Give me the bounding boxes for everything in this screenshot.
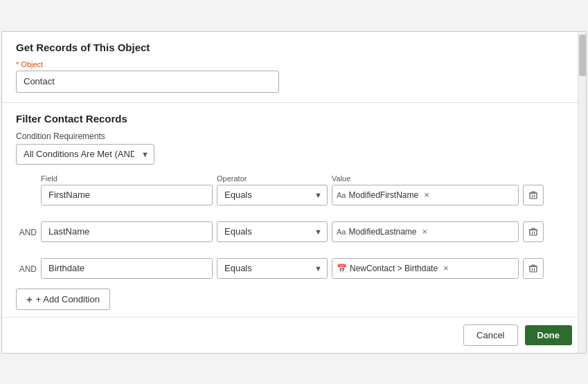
value-col-3: Value 📅 NewContact > Birthdate × — [332, 248, 519, 279]
footer: Cancel Done — [2, 317, 586, 353]
svg-rect-6 — [530, 266, 537, 272]
trash-icon-2 — [528, 227, 538, 237]
value-tag-text-1: ModifiedFirstName — [348, 190, 418, 200]
field-header-1: Field — [41, 174, 213, 183]
trash-icon-1 — [528, 190, 538, 200]
value-tag-close-1[interactable]: × — [424, 190, 429, 199]
condition-row-3: AND Field Operator Equals Not Equals Con… — [16, 248, 572, 279]
conditions-table: Field Operator Equals Not Equals Contain… — [16, 174, 572, 279]
text-icon-1: Aa — [337, 191, 346, 199]
value-tag-1: Aa ModifiedFirstName × — [337, 190, 429, 200]
operator-col-2: Operator Equals Not Equals Contains ▼ — [217, 211, 328, 242]
get-records-section: Get Records of This Object * Object — [2, 32, 586, 103]
condition-row: Field Operator Equals Not Equals Contain… — [16, 174, 572, 205]
filter-section: Filter Contact Records Condition Require… — [2, 103, 586, 317]
operator-select-1[interactable]: Equals Not Equals Contains — [217, 185, 328, 205]
calendar-icon-3: 📅 — [337, 264, 347, 273]
delete-col-1: X — [523, 174, 544, 205]
value-tag-text-3: NewContact > Birthdate — [350, 264, 438, 273]
condition-row-2: AND Field Operator Equals Not Equals Con… — [16, 211, 572, 242]
cancel-button[interactable]: Cancel — [463, 324, 517, 346]
value-tag-close-3[interactable]: × — [443, 264, 449, 273]
text-icon-2: Aa — [337, 228, 346, 236]
plus-icon: + — [26, 293, 33, 305]
value-tag-close-2[interactable]: × — [422, 227, 428, 236]
object-label: * Object — [16, 60, 572, 68]
condition-req-label: Condition Requirements — [16, 131, 572, 141]
condition-select-wrap: All Conditions Are Met (AND) Any Conditi… — [16, 144, 154, 165]
delete-col-3: X — [523, 248, 544, 279]
field-col-1: Field — [41, 174, 213, 205]
filter-title: Filter Contact Records — [16, 113, 572, 125]
svg-rect-3 — [530, 230, 537, 235]
value-tag-3: 📅 NewContact > Birthdate × — [337, 264, 449, 273]
operator-select-3[interactable]: Equals Not Equals Contains — [217, 258, 328, 279]
delete-button-3[interactable] — [523, 258, 544, 279]
delete-button-1[interactable] — [523, 185, 544, 205]
value-input-wrap-2[interactable]: Aa ModifiedLastname × — [332, 221, 519, 242]
scrollbar-thumb — [579, 35, 586, 76]
operator-wrap-1: Equals Not Equals Contains ▼ — [217, 185, 328, 205]
value-tag-text-2: ModifiedLastname — [348, 227, 416, 237]
field-col-3: Field — [41, 248, 213, 279]
field-input-3[interactable] — [41, 258, 213, 279]
field-input-2[interactable] — [41, 221, 213, 242]
delete-button-2[interactable] — [523, 221, 544, 242]
add-condition-label: + Add Condition — [36, 294, 100, 304]
trash-icon-3 — [528, 264, 538, 273]
value-input-wrap-1[interactable]: Aa ModifiedFirstName × — [332, 185, 519, 205]
operator-select-2[interactable]: Equals Not Equals Contains — [217, 221, 328, 242]
and-label-3: AND — [16, 264, 37, 279]
operator-header-1: Operator — [217, 174, 328, 183]
value-header-1: Value — [332, 174, 519, 183]
value-tag-2: Aa ModifiedLastname × — [337, 227, 427, 237]
svg-rect-0 — [530, 193, 537, 199]
field-col-2: Field — [41, 211, 213, 242]
done-button[interactable]: Done — [525, 325, 573, 345]
operator-col-1: Operator Equals Not Equals Contains ▼ — [217, 174, 328, 205]
operator-wrap-2: Equals Not Equals Contains ▼ — [217, 221, 328, 242]
get-records-title: Get Records of This Object — [16, 42, 572, 53]
condition-requirements-select[interactable]: All Conditions Are Met (AND) Any Conditi… — [16, 144, 154, 165]
operator-wrap-3: Equals Not Equals Contains ▼ — [217, 258, 328, 279]
value-input-wrap-3[interactable]: 📅 NewContact > Birthdate × — [332, 258, 519, 279]
add-condition-button[interactable]: + + Add Condition — [16, 289, 110, 310]
delete-col-2: X — [523, 211, 544, 242]
and-label-2: AND — [16, 228, 37, 242]
value-col-2: Value Aa ModifiedLastname × — [332, 211, 519, 242]
modal-container: Get Records of This Object * Object Filt… — [1, 31, 587, 354]
scrollbar[interactable] — [578, 32, 586, 353]
field-input-1[interactable] — [41, 185, 213, 205]
operator-col-3: Operator Equals Not Equals Contains ▼ — [217, 248, 328, 279]
object-input[interactable] — [16, 71, 279, 93]
value-col-1: Value Aa ModifiedFirstName × — [332, 174, 519, 205]
